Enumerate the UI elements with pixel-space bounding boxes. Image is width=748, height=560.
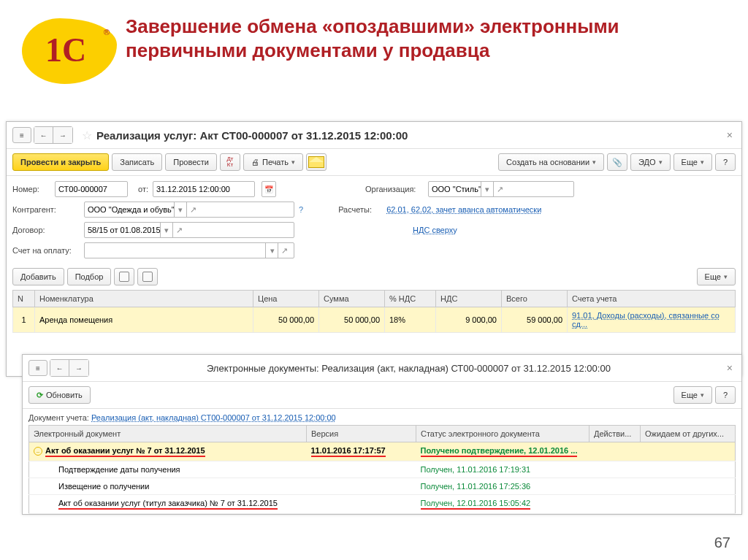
settlements-label: Расчеты: bbox=[338, 205, 382, 214]
col-n: N bbox=[13, 291, 35, 307]
edo-button[interactable]: ЭДО bbox=[630, 153, 671, 171]
col-accounts: Счета учета bbox=[568, 291, 736, 307]
chevron-down-icon[interactable]: ▾ bbox=[174, 202, 187, 217]
dtkt-icon[interactable]: ДтКт bbox=[220, 153, 240, 171]
print-label: Печать bbox=[262, 158, 289, 166]
table-row[interactable]: –Акт об оказании услуг № 7 от 31.12.2015… bbox=[29, 442, 736, 461]
help-icon[interactable]: ? bbox=[299, 205, 303, 214]
doc-label: Документ учета: bbox=[28, 413, 89, 422]
chevron-down-icon[interactable]: ▾ bbox=[481, 182, 494, 196]
open-icon[interactable]: ↗ bbox=[493, 182, 506, 196]
menu-icon[interactable]: ≡ bbox=[12, 127, 31, 143]
window-realization: ≡ ← → ☆ Реализация услуг: Акт СТ00-00000… bbox=[6, 121, 742, 377]
number-label: Номер: bbox=[12, 185, 50, 193]
table-row[interactable]: Акт об оказании услуг (титул заказчика) … bbox=[29, 495, 736, 514]
table-row[interactable]: Извещение о полученииПолучен, 11.01.2016… bbox=[29, 478, 736, 495]
slide-title: Завершение обмена «опоздавшими» электрон… bbox=[124, 15, 733, 62]
contract-field[interactable]: 58/15 от 01.08.2015▾↗ bbox=[84, 222, 294, 238]
mail-icon-button[interactable] bbox=[306, 153, 327, 171]
col-sum: Сумма bbox=[319, 291, 385, 307]
create-on-basis-button[interactable]: Создать на основании bbox=[498, 153, 604, 171]
close-icon[interactable]: × bbox=[724, 129, 736, 141]
open-icon[interactable]: ↗ bbox=[278, 243, 291, 258]
col-version: Версия bbox=[307, 426, 416, 442]
close-icon[interactable]: × bbox=[724, 362, 736, 374]
contract-label: Договор: bbox=[12, 226, 80, 234]
post-and-close-button[interactable]: Провести и закрыть bbox=[12, 153, 109, 171]
more-button[interactable]: Еще bbox=[673, 153, 712, 171]
copy-icon[interactable] bbox=[114, 268, 134, 285]
paste-icon[interactable] bbox=[137, 268, 158, 285]
number-field[interactable]: СТ00-000007 bbox=[55, 181, 128, 197]
col-total: Всего bbox=[502, 291, 568, 307]
table-row[interactable]: 1 Аренда помещения 50 000,00 50 000,00 1… bbox=[13, 307, 736, 333]
settlements-link[interactable]: 62.01, 62.02, зачет аванса автоматически bbox=[386, 205, 541, 214]
back-button[interactable]: ← bbox=[50, 360, 69, 376]
add-button[interactable]: Добавить bbox=[12, 268, 64, 285]
logo-1c: 1С ® bbox=[15, 15, 124, 88]
date-field[interactable]: 31.12.2015 12:00:00 bbox=[153, 181, 255, 197]
menu-icon[interactable]: ≡ bbox=[28, 360, 47, 376]
open-icon[interactable]: ↗ bbox=[186, 202, 199, 217]
open-icon[interactable]: ↗ bbox=[172, 223, 186, 237]
org-label: Организация: bbox=[365, 185, 424, 193]
col-wait: Ожидаем от других... bbox=[641, 426, 736, 442]
help-icon[interactable]: ? bbox=[715, 153, 736, 171]
refresh-icon: ⟳ bbox=[37, 391, 43, 400]
edoc-table: Электронный документ Версия Статус элект… bbox=[28, 425, 736, 514]
date-label: от: bbox=[132, 185, 148, 193]
help-icon[interactable]: ? bbox=[715, 386, 736, 404]
page-number: 67 bbox=[714, 534, 730, 551]
logo-text: 1С bbox=[45, 31, 86, 69]
print-button[interactable]: 🖨 Печать bbox=[243, 153, 303, 171]
pick-button[interactable]: Подбор bbox=[67, 268, 112, 285]
accounts-link[interactable]: 91.01, Доходы (расходы), связанные со сд… bbox=[572, 311, 720, 329]
org-field[interactable]: ООО "Стиль"▾↗ bbox=[428, 181, 574, 197]
chevron-down-icon[interactable]: ▾ bbox=[160, 223, 173, 237]
col-action: Действи... bbox=[589, 426, 641, 442]
post-button[interactable]: Провести bbox=[165, 153, 217, 171]
more-button-3[interactable]: Еще bbox=[673, 386, 712, 404]
back-button[interactable]: ← bbox=[34, 127, 53, 143]
items-table: N Номенклатура Цена Сумма % НДС НДС Всег… bbox=[12, 290, 736, 333]
col-status: Статус электронного документа bbox=[416, 426, 589, 442]
col-price: Цена bbox=[253, 291, 319, 307]
attachment-icon[interactable]: 📎 bbox=[607, 153, 627, 171]
window-edocuments: ≡ ← → Электронные документы: Реализация … bbox=[22, 354, 742, 515]
forward-button[interactable]: → bbox=[53, 127, 72, 143]
calendar-icon[interactable]: 📅 bbox=[262, 181, 276, 197]
save-button[interactable]: Записать bbox=[112, 153, 162, 171]
counterparty-label: Контрагент: bbox=[12, 205, 80, 214]
col-vat: НДС bbox=[436, 291, 502, 307]
favorite-icon[interactable]: ☆ bbox=[82, 129, 92, 142]
more-button-2[interactable]: Еще bbox=[697, 268, 736, 285]
col-vat-pct: % НДС bbox=[385, 291, 436, 307]
doc-link[interactable]: Реализация (акт, накладная) СТ00-000007 … bbox=[91, 413, 336, 422]
forward-button[interactable]: → bbox=[69, 360, 88, 376]
refresh-button[interactable]: ⟳ Обновить bbox=[28, 386, 91, 404]
invoice-field[interactable]: ▾↗ bbox=[84, 242, 294, 258]
col-edoc: Электронный документ bbox=[29, 426, 307, 442]
counterparty-field[interactable]: ООО "Одежда и обувь"▾↗ bbox=[84, 202, 294, 218]
registered-mark: ® bbox=[104, 28, 110, 37]
invoice-label: Счет на оплату: bbox=[12, 246, 80, 255]
vat-link[interactable]: НДС сверху bbox=[413, 226, 457, 234]
table-row[interactable]: Подтверждение даты полученияПолучен, 11.… bbox=[29, 461, 736, 478]
chevron-down-icon[interactable]: ▾ bbox=[265, 243, 278, 258]
window-title: Реализация услуг: Акт СТ00-000007 от 31.… bbox=[96, 129, 408, 142]
window-title-2: Электронные документы: Реализация (акт, … bbox=[94, 363, 724, 374]
col-nomenclature: Номенклатура bbox=[35, 291, 253, 307]
